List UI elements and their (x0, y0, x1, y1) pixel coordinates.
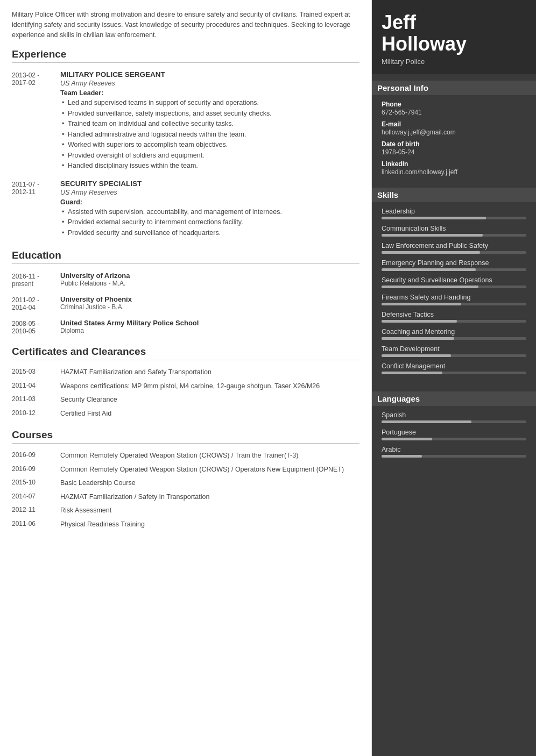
left-panel: Military Police Officer with strong moti… (0, 0, 372, 756)
language-bar-bg (382, 438, 526, 440)
skill-name: Emergency Planning and Response (382, 259, 526, 267)
edu-entry-1: 2016-11 -present University of Arizona P… (12, 272, 359, 288)
cert-row: 2011-03 Security Clearance (12, 395, 359, 405)
edu3-degree: Diploma (60, 327, 359, 334)
edu1-degree: Public Relations - M.A. (60, 280, 359, 287)
bullet: Provided oversight of soldiers and equip… (60, 151, 359, 161)
exp2-date: 2011-07 -2012-11 (12, 180, 60, 239)
skill-bar-bg (382, 303, 526, 305)
edu2-date: 2011-02 -2014-04 (12, 295, 60, 311)
cert1-date: 2015-03 (12, 368, 60, 377)
exp1-date: 2013-02 -2017-02 (12, 70, 60, 172)
cert2-date: 2011-04 (12, 382, 60, 391)
skill-item: Communication Skills (382, 225, 526, 237)
skill-bar-fill (382, 234, 483, 237)
course1-date: 2016-09 (12, 451, 60, 461)
email-value: holloway.j.jeff@gmail.com (382, 129, 526, 136)
skill-bar-fill (382, 354, 451, 357)
cert4-date: 2010-12 (12, 409, 60, 419)
language-bar-bg (382, 455, 526, 458)
skill-name: Law Enforcement and Public Safety (382, 242, 526, 249)
language-bar-fill (382, 420, 471, 423)
cert-row: 2010-12 Certified First Aid (12, 409, 359, 419)
bullet: Provided external security to internment… (60, 218, 359, 227)
skill-bar-bg (382, 372, 526, 374)
skill-name: Security and Surveillance Operations (382, 276, 526, 284)
skill-bar-fill (382, 372, 442, 374)
bullet: Assisted with supervision, accountabilit… (60, 208, 359, 217)
cert-row: 2011-04 Weapons certifications: MP 9mm p… (12, 382, 359, 391)
skill-bar-bg (382, 354, 526, 357)
skill-bar-bg (382, 320, 526, 323)
languages-section: Languages Spanish Portuguese Arabic (372, 385, 536, 468)
cert3-date: 2011-03 (12, 395, 60, 405)
skill-bar-fill (382, 320, 457, 323)
skill-bar-bg (382, 217, 526, 219)
edu3-content: United States Army Military Police Schoo… (60, 319, 359, 335)
personal-info-section: Personal Info Phone 672-565-7941 E-mail … (372, 74, 536, 181)
bullet: Provided surveillance, safety inspection… (60, 109, 359, 119)
skill-bar-bg (382, 234, 526, 237)
edu1-content: University of Arizona Public Relations -… (60, 272, 359, 288)
course-row: 2016-09 Common Remotely Operated Weapon … (12, 451, 359, 461)
exp2-content: SECURITY SPECIALIST US Army Reserves Gua… (60, 180, 359, 239)
course2-text: Common Remotely Operated Weapon Station … (60, 465, 359, 475)
experience-entry-2: 2011-07 -2012-11 SECURITY SPECIALIST US … (12, 180, 359, 239)
course5-text: Risk Assessment (60, 506, 359, 516)
edu2-degree: Criminal Justice - B.A. (60, 303, 359, 311)
edu-entry-3: 2008-05 -2010-05 United States Army Mili… (12, 319, 359, 335)
exp1-company: US Army Reseves (60, 80, 359, 87)
course-row: 2011-06 Physical Readiness Training (12, 520, 359, 530)
skill-bar-bg (382, 286, 526, 288)
right-header: Jeff Holloway Military Police (372, 0, 536, 74)
linkedin-label: LinkedIn (382, 160, 526, 168)
resume-wrapper: Military Police Officer with strong moti… (0, 0, 536, 756)
certs-title: Certificates and Clearances (12, 346, 359, 360)
course-row: 2014-07 HAZMAT Familiarization / Safety … (12, 493, 359, 502)
exp1-content: MILITARY POLICE SERGEANT US Army Reseves… (60, 70, 359, 172)
experience-title: Experience (12, 48, 359, 63)
skill-bar-fill (382, 303, 461, 305)
edu3-school: United States Army Military Police Schoo… (60, 319, 359, 327)
languages-list: Spanish Portuguese Arabic (382, 411, 526, 458)
exp2-bullets: Assisted with supervision, accountabilit… (60, 208, 359, 238)
edu2-school: University of Phoenix (60, 295, 359, 303)
candidate-title: Military Police (382, 58, 526, 66)
skill-bar-fill (382, 268, 476, 271)
skill-bar-bg (382, 337, 526, 340)
cert3-text: Security Clearance (60, 395, 359, 405)
skill-item: Conflict Management (382, 362, 526, 374)
email-label: E-mail (382, 120, 526, 128)
course5-date: 2012-11 (12, 506, 60, 516)
language-name: Spanish (382, 411, 526, 419)
exp2-title: SECURITY SPECIALIST (60, 180, 359, 188)
language-name: Portuguese (382, 429, 526, 436)
courses-title: Courses (12, 429, 359, 444)
skill-item: Coaching and Mentoring (382, 328, 526, 340)
exp2-role: Guard: (60, 198, 359, 206)
cert4-text: Certified First Aid (60, 409, 359, 419)
skill-name: Conflict Management (382, 362, 526, 370)
course3-text: Basic Leadership Course (60, 479, 359, 488)
course1-text: Common Remotely Operated Weapon Station … (60, 451, 359, 461)
skill-bar-bg (382, 251, 526, 254)
right-panel: Jeff Holloway Military Police Personal I… (372, 0, 536, 756)
edu-entry-2: 2011-02 -2014-04 University of Phoenix C… (12, 295, 359, 311)
dob-label: Date of birth (382, 140, 526, 148)
bullet: Trained team on individual and collectiv… (60, 119, 359, 129)
bullet: Handled disciplinary issues within the t… (60, 161, 359, 171)
course4-date: 2014-07 (12, 493, 60, 502)
edu3-date: 2008-05 -2010-05 (12, 319, 60, 335)
skill-bar-bg (382, 268, 526, 271)
skill-item: Leadership (382, 208, 526, 219)
skill-item: Security and Surveillance Operations (382, 276, 526, 288)
edu1-school: University of Arizona (60, 272, 359, 280)
skill-item: Defensive Tactics (382, 311, 526, 323)
exp1-title: MILITARY POLICE SERGEANT (60, 70, 359, 79)
course-row: 2015-10 Basic Leadership Course (12, 479, 359, 488)
summary-text: Military Police Officer with strong moti… (12, 10, 359, 40)
courses-section: Courses 2016-09 Common Remotely Operated… (12, 429, 359, 529)
skill-item: Emergency Planning and Response (382, 259, 526, 271)
cert1-text: HAZMAT Familiarization and Safety Transp… (60, 368, 359, 377)
skill-bar-fill (382, 286, 478, 288)
